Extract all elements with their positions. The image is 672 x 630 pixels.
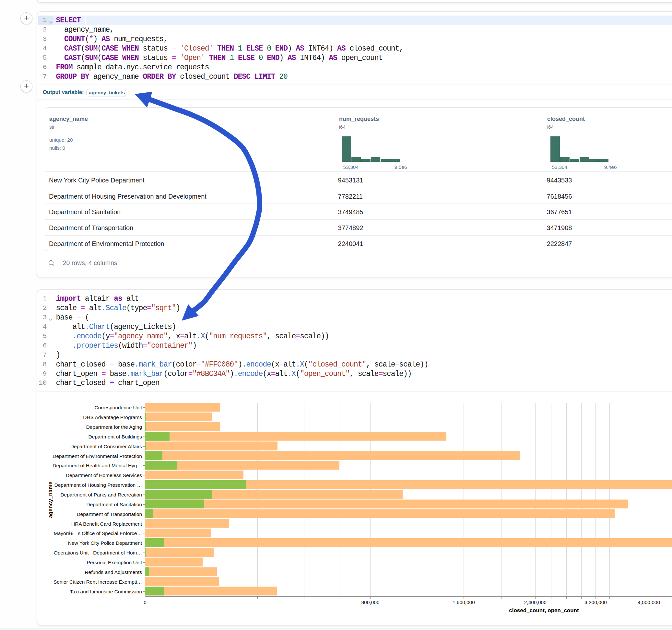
svg-text:0: 0 [144,600,146,605]
svg-text:Department of Sanitation: Department of Sanitation [87,502,142,507]
svg-text:800,000: 800,000 [361,600,379,605]
svg-text:Taxi and Limousine Commission: Taxi and Limousine Commission [70,589,142,595]
svg-text:closed_count, open_count: closed_count, open_count [509,607,579,613]
svg-text:Department of Transportation: Department of Transportation [76,511,142,517]
svg-text:Department of Health and Menta: Department of Health and Mental Hyg… [52,463,142,468]
svg-text:agency_name: agency_name [47,482,53,518]
svg-text:Department of Consumer Affairs: Department of Consumer Affairs [70,444,142,449]
svg-text:New York City Police Departmen: New York City Police Department [68,540,142,546]
svg-text:Department of Buildings: Department of Buildings [89,434,142,439]
svg-text:Department of Environmental Pr: Department of Environmental Protection [52,453,142,459]
svg-text:Correspondence Unit: Correspondence Unit [95,405,142,410]
svg-text:Refunds and Adjustments: Refunds and Adjustments [85,570,142,575]
svg-text:Department of Housing Preserva: Department of Housing Preservation … [54,482,142,488]
svg-text:3,200,000: 3,200,000 [584,600,607,605]
svg-text:Department for the Aging: Department for the Aging [86,424,142,430]
svg-text:Operations Unit - Department o: Operations Unit - Department of Hom… [54,550,142,555]
svg-text:HRA Benefit Card Replacement: HRA Benefit Card Replacement [71,521,142,527]
svg-text:Personal Exemption Unit: Personal Exemption Unit [87,560,142,565]
svg-text:2,400,000: 2,400,000 [524,600,547,605]
svg-text:1,600,000: 1,600,000 [453,600,475,605]
svg-text:Mayorâ€s Office of Special Enf: Mayorâ€s Office of Special Enforce… [54,531,142,536]
svg-text:4,000,000: 4,000,000 [638,600,660,605]
svg-text:DHS Advantage Programs: DHS Advantage Programs [83,414,142,420]
svg-text:Department of Parks and Recrea: Department of Parks and Recreation [60,492,142,498]
svg-text:Department of Homeless Service: Department of Homeless Services [66,472,142,478]
svg-text:Senior Citizen Rent Increase E: Senior Citizen Rent Increase Exempti… [53,579,142,585]
